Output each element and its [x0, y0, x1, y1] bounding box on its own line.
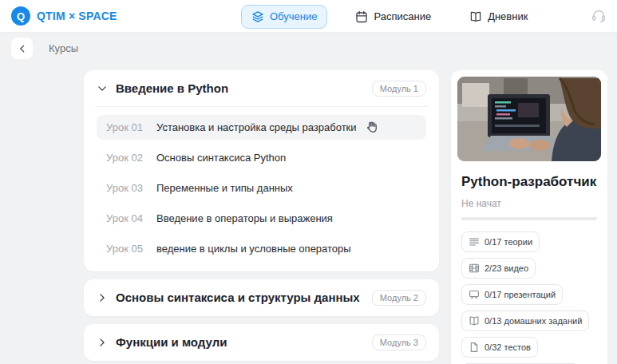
- course-photo: [457, 77, 601, 161]
- lesson-title: Переменные и типы данных: [156, 182, 293, 194]
- module-title: Функции и модули: [116, 334, 364, 350]
- module-header[interactable]: Введение в PythonМодуль 1: [97, 81, 426, 97]
- lesson-number: Урок 05: [106, 243, 148, 255]
- man-coding-photo: [457, 77, 601, 161]
- top-navbar: Q QTIM × SPACE ОбучениеРасписаниеДневник: [0, 0, 617, 33]
- hand-cursor: [365, 121, 378, 134]
- stat-chip-label: 0/17 теории: [485, 237, 532, 247]
- lesson-title: Установка и настройка среды разработки: [156, 121, 357, 133]
- presentation-icon: [469, 289, 480, 300]
- module-card: Основы синтаксиса и структуры данныхМоду…: [84, 279, 439, 316]
- chevron-right-icon: [97, 292, 108, 303]
- chevron-left-icon: [17, 43, 28, 54]
- course-card: Python-разработчик Не начат 0/17 теории2…: [451, 70, 607, 364]
- course-stats: 0/17 теории2/23 видео0/17 презентаций0/1…: [461, 231, 597, 364]
- module-badge: Модуль 3: [372, 334, 426, 350]
- module-card: Функции и модулиМодуль 3: [84, 324, 439, 361]
- headset-icon: [591, 8, 605, 22]
- divider: [95, 106, 428, 107]
- logo-text: QTIM × SPACE: [37, 10, 117, 22]
- course-title: Python-разработчик: [461, 174, 597, 190]
- progress-bar: [461, 217, 597, 220]
- document-icon: [469, 342, 480, 353]
- lesson-number: Урок 01: [106, 121, 148, 133]
- module-badge: Модуль 2: [372, 290, 426, 306]
- text-lines-icon: [469, 236, 480, 247]
- lesson-title: ведение в циклы и условные операторы: [156, 243, 351, 255]
- hand-cursor-icon: [365, 121, 378, 134]
- stat-chip-label: 0/13 домашних заданий: [485, 316, 582, 326]
- lesson-number: Урок 04: [106, 212, 148, 224]
- stat-chip-label: 0/32 тестов: [485, 342, 531, 352]
- main-nav: ОбучениеРасписаниеДневник: [241, 5, 538, 28]
- layers-icon: [251, 10, 264, 23]
- film-icon: [469, 263, 480, 274]
- chevron-right-icon: [97, 337, 108, 348]
- nav-tab-label: Расписание: [374, 10, 431, 22]
- course-status: Не начат: [461, 198, 597, 209]
- modules-list: Введение в PythonМодуль 1Урок 01Установк…: [84, 70, 439, 364]
- lesson-row[interactable]: Урок 02Основы синтаксиса Python: [97, 145, 426, 170]
- nav-tab-label: Обучение: [270, 10, 317, 22]
- open-book-icon: [469, 315, 480, 326]
- module-badge: Модуль 1: [372, 81, 426, 97]
- nav-tab-label: Дневник: [488, 10, 528, 22]
- stat-chip-label: 2/23 видео: [485, 263, 528, 273]
- module-header[interactable]: Основы синтаксиса и структуры данныхМоду…: [97, 290, 426, 306]
- stat-chip: 0/32 тестов: [461, 337, 538, 358]
- module-title: Основы синтаксиса и структуры данных: [116, 290, 364, 306]
- nav-tab-schedule[interactable]: Расписание: [345, 5, 441, 29]
- back-button[interactable]: [11, 38, 33, 59]
- breadcrumb: Курсы: [11, 38, 78, 59]
- headset-icon[interactable]: [591, 8, 605, 22]
- module-title: Введение в Python: [116, 81, 364, 97]
- lesson-title: Введение в операторы и выражения: [156, 212, 333, 224]
- module-header[interactable]: Функции и модулиМодуль 3: [97, 334, 426, 350]
- lesson-row[interactable]: Урок 05ведение в циклы и условные операт…: [97, 236, 426, 261]
- module-card: Введение в PythonМодуль 1Урок 01Установк…: [84, 70, 439, 271]
- course-sidebar: Python-разработчик Не начат 0/17 теории2…: [451, 70, 607, 364]
- stat-chip-label: 0/17 презентаций: [485, 290, 556, 299]
- stat-chip: 0/17 презентаций: [461, 284, 563, 305]
- lesson-row[interactable]: Урок 01Установка и настройка среды разра…: [97, 115, 426, 140]
- chevron-down-icon: [97, 83, 108, 94]
- nav-tab-learning[interactable]: Обучение: [241, 5, 327, 29]
- breadcrumb-label[interactable]: Курсы: [49, 42, 78, 54]
- app-logo: Q QTIM × SPACE: [11, 6, 117, 26]
- course-body: Python-разработчик Не начат 0/17 теории2…: [457, 161, 601, 364]
- nav-tab-diary[interactable]: Дневник: [459, 5, 538, 29]
- lesson-row[interactable]: Урок 03Переменные и типы данных: [97, 176, 426, 200]
- stat-chip: 0/13 домашних заданий: [461, 311, 589, 331]
- lesson-title: Основы синтаксиса Python: [156, 152, 286, 164]
- lesson-row[interactable]: Урок 04Введение в операторы и выражения: [97, 206, 426, 231]
- lesson-number: Урок 02: [106, 152, 148, 164]
- logo-q-icon: Q: [11, 6, 30, 26]
- stat-chip: 2/23 видео: [461, 258, 536, 279]
- calendar-icon: [355, 10, 368, 23]
- lesson-number: Урок 03: [106, 182, 148, 194]
- book-icon: [469, 10, 482, 23]
- stat-chip: 0/17 теории: [461, 231, 540, 252]
